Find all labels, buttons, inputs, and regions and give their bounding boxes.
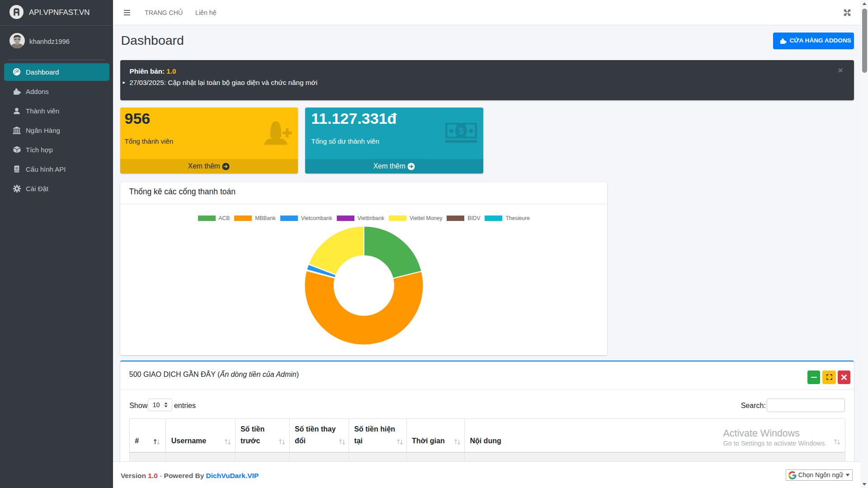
- svg-text:$: $: [458, 126, 463, 136]
